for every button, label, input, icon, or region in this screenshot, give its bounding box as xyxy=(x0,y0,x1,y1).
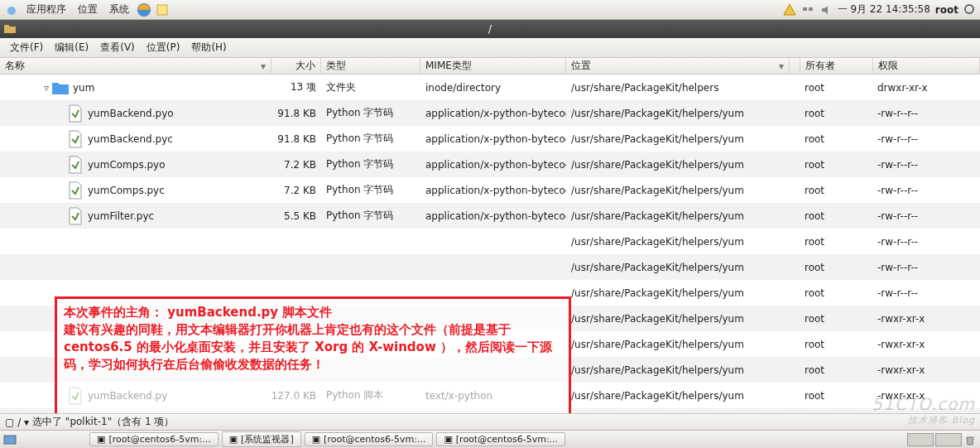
power-icon[interactable] xyxy=(963,3,977,17)
monitor-icon: ▣ xyxy=(229,434,238,445)
user-label[interactable]: root xyxy=(935,4,958,16)
cell-perm: -rwxr-xr-x xyxy=(872,357,980,383)
window-title-text: / xyxy=(488,23,492,35)
header-location[interactable]: 位置▾ xyxy=(566,58,790,74)
column-headers: 名称▾ 大小 类型 MIME类型 位置▾ 所有者 权限 xyxy=(0,58,980,75)
cell-mime: application/x-python-bytecoc xyxy=(420,152,566,177)
show-desktop-icon[interactable] xyxy=(3,433,17,446)
cell-loc: /usr/share/PackageKit/helpers/yum xyxy=(566,203,790,229)
svg-point-0 xyxy=(7,7,16,15)
sound-icon[interactable] xyxy=(819,3,833,17)
cell-owner: root xyxy=(800,203,872,229)
cell-size: 5.5 KB xyxy=(271,203,321,229)
table-row[interactable]: /usr/share/PackageKit/helpers/yumroot-rw… xyxy=(0,254,980,280)
firefox-icon[interactable] xyxy=(136,2,152,18)
file-name: yumBackend.pyo xyxy=(88,108,174,119)
script-file-icon xyxy=(66,207,84,225)
header-name[interactable]: 名称▾ xyxy=(0,58,271,74)
warning-icon[interactable] xyxy=(783,3,796,17)
cell-owner: root xyxy=(800,126,872,152)
header-owner[interactable]: 所有者 xyxy=(800,58,873,74)
cell-type xyxy=(321,229,420,254)
cell-loc: /usr/share/PackageKit/helpers/yum xyxy=(566,331,790,357)
taskbar-item[interactable]: ▣[root@centos6-5vm:... xyxy=(305,432,434,446)
svg-rect-6 xyxy=(4,436,16,444)
script-file-icon xyxy=(66,156,84,174)
cell-perm: -rwxr-xr-x xyxy=(872,331,980,357)
menu-edit[interactable]: 编辑(E) xyxy=(50,39,94,56)
cell-type: Python 字节码 xyxy=(321,100,420,126)
workspace-switcher[interactable] xyxy=(907,433,934,446)
network-icon[interactable] xyxy=(801,3,814,17)
menu-file[interactable]: 文件(F) xyxy=(5,39,48,56)
svg-point-5 xyxy=(965,5,973,13)
table-row[interactable]: yumBackend.pyc91.8 KBPython 字节码applicati… xyxy=(0,126,980,152)
cell-loc: /usr/share/PackageKit/helpers/yum xyxy=(566,152,790,177)
cell-owner: root xyxy=(800,75,872,100)
file-name: yum xyxy=(73,82,94,94)
cell-loc: /usr/share/PackageKit/helpers/yum xyxy=(566,254,790,280)
script-file-icon xyxy=(66,104,84,123)
table-row[interactable]: ▿ yum 13 项 文件夹 inode/directory /usr/shar… xyxy=(0,75,980,100)
status-left-icon[interactable]: ▢ / ▾ xyxy=(5,417,29,428)
cell-loc: /usr/share/PackageKit/helpers/yum xyxy=(566,357,790,383)
menu-applications[interactable]: 应用程序 xyxy=(22,1,71,18)
cell-owner: root xyxy=(800,177,872,203)
table-row[interactable]: /usr/share/PackageKit/helpers/yumroot-rw… xyxy=(0,229,980,254)
taskbar-item[interactable]: ▣[系统监视器] xyxy=(222,431,301,447)
cell-loc: /usr/share/PackageKit/helpers/yum xyxy=(566,100,790,126)
cell-type xyxy=(321,254,420,280)
cell-perm: -rw-r--r-- xyxy=(872,229,980,254)
trash-icon[interactable] xyxy=(963,433,977,446)
cloud-icon xyxy=(3,2,20,18)
menu-help[interactable]: 帮助(H) xyxy=(186,39,231,56)
cell-perm: drwxr-xr-x xyxy=(872,75,980,100)
svg-rect-4 xyxy=(809,7,813,11)
menu-system[interactable]: 系统 xyxy=(104,1,134,18)
cell-loc: /usr/share/PackageKit/helpers/yum xyxy=(566,383,790,408)
cell-owner: root xyxy=(800,100,872,126)
cell-owner: root xyxy=(800,357,872,383)
cell-loc: /usr/share/PackageKit/helpers/yum xyxy=(566,126,790,152)
menu-view[interactable]: 查看(V) xyxy=(95,39,140,56)
header-size[interactable]: 大小 xyxy=(271,58,321,74)
file-name: yumComps.pyc xyxy=(88,185,165,196)
terminal-icon: ▣ xyxy=(97,434,105,445)
clock[interactable]: 一 9月 22 14:35:58 xyxy=(838,2,930,17)
header-mime[interactable]: MIME类型 xyxy=(420,58,566,74)
cell-type: Python 字节码 xyxy=(321,203,420,229)
header-perm[interactable]: 权限 xyxy=(873,58,980,74)
cell-owner: root xyxy=(800,229,872,254)
taskbar-item[interactable]: ▣[root@centos6-5vm:... xyxy=(89,432,219,446)
table-row[interactable]: yumFilter.pyc5.5 KBPython 字节码application… xyxy=(0,203,980,229)
cell-perm: -rw-r--r-- xyxy=(872,126,980,152)
file-name: yumBackend.pyc xyxy=(88,133,173,145)
table-row[interactable]: yumComps.pyo7.2 KBPython 字节码application/… xyxy=(0,152,980,177)
cell-loc: /usr/share/PackageKit/helpers/yum xyxy=(566,229,790,254)
taskbar-item[interactable]: ▣[root@centos6-5vm:... xyxy=(436,432,565,446)
header-type[interactable]: 类型 xyxy=(321,58,420,74)
cell-size: 91.8 KB xyxy=(271,100,321,126)
watermark: 51CTO.com 技术博客 Blog xyxy=(872,394,975,426)
cell-owner: root xyxy=(800,254,872,280)
cell-owner: root xyxy=(800,383,872,408)
annotation-text: 建议有兴趣的同鞋，用文本编辑器打开你机器上肯定也有的这个文件（前提是基于 cen… xyxy=(64,321,562,373)
cell-mime: application/x-python-bytecoc xyxy=(420,100,566,126)
cell-perm: -rw-r--r-- xyxy=(872,280,980,306)
table-row[interactable]: yumComps.pyc7.2 KBPython 字节码application/… xyxy=(0,177,980,203)
tree-expander-icon[interactable]: ▿ xyxy=(41,82,51,94)
cell-perm: -rw-r--r-- xyxy=(872,152,980,177)
window-titlebar[interactable]: / xyxy=(0,20,980,38)
cell-perm: -rw-r--r-- xyxy=(872,254,980,280)
statusbar: ▢ / ▾ 选中了 "polkit-1"（含有 1 项） xyxy=(0,413,980,430)
menu-places[interactable]: 位置 xyxy=(73,1,103,18)
cell-owner: root xyxy=(800,152,872,177)
table-row[interactable]: yumBackend.pyo91.8 KBPython 字节码applicati… xyxy=(0,100,980,126)
cell-size xyxy=(271,254,321,280)
workspace-switcher[interactable] xyxy=(935,433,962,446)
notes-icon[interactable] xyxy=(154,2,171,18)
cell-type: Python 字节码 xyxy=(321,152,420,177)
cell-size: 91.8 KB xyxy=(271,126,321,152)
cell-type: Python 字节码 xyxy=(321,177,420,203)
menu-places2[interactable]: 位置(P) xyxy=(142,39,185,56)
